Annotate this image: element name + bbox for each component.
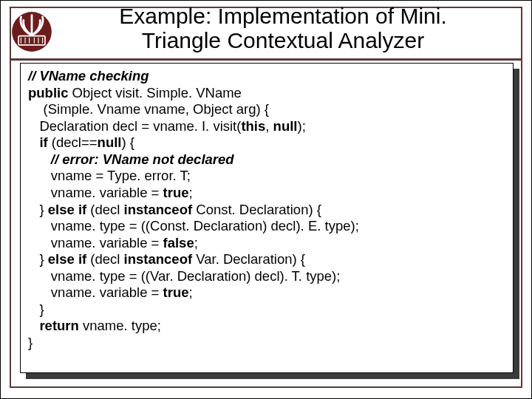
- svg-rect-1: [18, 36, 45, 45]
- code-text: Declaration decl = vname. I. visit(: [28, 118, 241, 134]
- kw-else-if: else if: [48, 251, 86, 267]
- code-text: [28, 318, 39, 333]
- code-text: ;: [194, 235, 198, 250]
- code-text: vname. variable =: [28, 185, 163, 200]
- code-text: }: [28, 335, 33, 350]
- kw-return: return: [39, 318, 78, 333]
- title-underline: [10, 58, 522, 61]
- code-comment: // VName checking: [28, 68, 149, 83]
- code-text: ,: [265, 118, 273, 134]
- kw-public: public: [28, 85, 68, 100]
- kw-null: null: [98, 134, 122, 150]
- code-text: vname. type = ((Var. Declaration) decl).…: [28, 268, 340, 284]
- code-text: );: [297, 118, 305, 134]
- code-text: ) {: [121, 134, 134, 150]
- kw-this: this: [241, 118, 265, 134]
- kw-else-if: else if: [48, 202, 86, 217]
- code-text: [28, 134, 39, 150]
- code-text: vname. type;: [79, 318, 161, 333]
- code-text: }: [28, 251, 48, 267]
- kw-if: if: [39, 134, 47, 150]
- code-text: ;: [188, 284, 192, 300]
- title-line-1: Example: Implementation of Mini.: [119, 4, 447, 28]
- code-text: ;: [188, 185, 192, 200]
- slide-title: Example: Implementation of Mini. Triangl…: [55, 4, 511, 52]
- kw-false: false: [163, 235, 194, 250]
- code-text: vname. variable =: [28, 235, 163, 250]
- code-text: }: [28, 301, 44, 317]
- code-text: Var. Declaration) {: [192, 251, 305, 267]
- slide: Example: Implementation of Mini. Triangl…: [0, 0, 532, 399]
- kw-instanceof: instanceof: [124, 251, 193, 267]
- code-text: vname = Type. error. T;: [28, 168, 191, 183]
- code-text: (Simple. Vname vname, Object arg) {: [28, 101, 269, 117]
- code-text: }: [28, 202, 48, 217]
- code-comment: // error: VName not declared: [51, 151, 234, 167]
- code-text: [28, 151, 51, 167]
- code-content: // VName checking public Object visit. S…: [28, 68, 505, 352]
- code-text: vname. variable =: [28, 284, 163, 300]
- code-text: (decl: [86, 251, 123, 267]
- code-text: (decl: [86, 202, 123, 217]
- kw-instanceof: instanceof: [124, 202, 193, 217]
- title-line-2: Triangle Contextual Analyzer: [142, 28, 424, 52]
- code-text: vname. type = ((Const. Declaration) decl…: [28, 218, 359, 233]
- kw-true: true: [163, 284, 189, 300]
- code-text: Const. Declaration) {: [192, 202, 321, 217]
- code-text: (decl==: [48, 134, 98, 150]
- university-logo-icon: [11, 11, 52, 52]
- kw-true: true: [163, 185, 189, 200]
- code-text: Object visit. Simple. VName: [68, 85, 241, 100]
- kw-null: null: [273, 118, 298, 134]
- code-box: // VName checking public Object visit. S…: [20, 63, 514, 373]
